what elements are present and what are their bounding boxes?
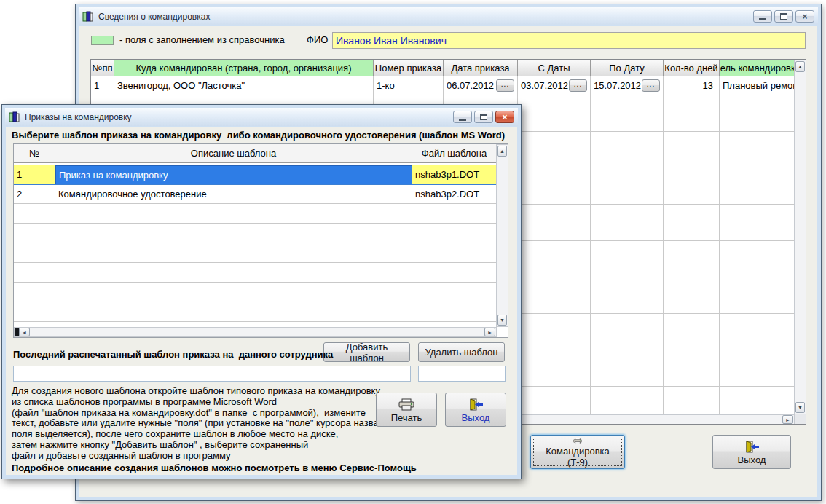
help-line: текст, добавьте или удалите нужные "поля… (12, 418, 394, 429)
from-date-value: 03.07.2012 (521, 80, 568, 91)
col-to-date: По Дату (591, 60, 664, 76)
help-text: Для создания нового шаблона откройте шаб… (12, 386, 394, 462)
template-row[interactable]: 2 Командировочное удостоверение nshab3p2… (14, 184, 508, 204)
dialog-exit-label: Выход (462, 412, 490, 423)
trip-t9-label: Командировка (Т-9) (535, 446, 620, 468)
trips-table-header: №пп Куда командирован (страна, город, ор… (91, 60, 806, 76)
table-row[interactable]: 1 Звенигород, ООО "Ласточка" 1-ко 06.07.… (91, 76, 806, 95)
empty-grid (14, 204, 508, 338)
order-date-value: 06.07.2012 (447, 80, 494, 91)
minimize-button[interactable] (453, 111, 472, 123)
last-printed-label: Последний распечатанный шаблон приказа н… (13, 349, 333, 360)
restore-button[interactable] (774, 10, 793, 23)
window-controls: × (753, 10, 814, 23)
books-icon (9, 111, 20, 123)
restore-icon (780, 13, 787, 20)
window-trip-orders: Приказы на командировку × Выберите шабло… (1, 104, 522, 479)
minimize-button[interactable] (753, 10, 772, 23)
row-num: 2 (14, 184, 55, 204)
order-date-picker-button[interactable]: ... (496, 79, 514, 92)
to-date-value: 15.07.2012 (594, 80, 641, 91)
help-line: затем нажмите кнопку "Добавить шаблон" ,… (12, 440, 394, 451)
help-line: поля выделяется), после чего сохраните ш… (12, 429, 394, 440)
instruction-text: Выберите шаблон приказа на командировку … (12, 130, 505, 141)
col-num: №пп (91, 60, 114, 76)
scroll-right-icon[interactable]: ► (782, 415, 793, 424)
door-exit-icon (468, 398, 484, 411)
scroll-right-icon[interactable]: ► (484, 328, 495, 336)
main-titlebar[interactable]: Сведения о командировках × (79, 7, 818, 25)
last-printed-file-field[interactable] (418, 366, 506, 382)
col-destination: Куда командирован (страна, город, органи… (114, 60, 374, 76)
last-printed-template-field[interactable] (13, 366, 411, 382)
print-label: Печать (391, 412, 422, 423)
col-purpose: Цель командировки (720, 60, 795, 76)
add-template-button[interactable]: Добавить шаблон (323, 342, 410, 362)
row-order-date[interactable]: 06.07.2012 ... (444, 76, 518, 95)
help-line: файл и добавьте созданный шаблон в прогр… (12, 451, 394, 462)
close-button[interactable]: × (495, 111, 514, 123)
row-to-date[interactable]: 15.07.2012 ... (591, 76, 664, 95)
books-icon (82, 11, 94, 23)
col-description: Описание шаблона (55, 144, 412, 163)
row-purpose[interactable]: Плановый ремонт (720, 76, 795, 95)
trip-t9-button[interactable]: Командировка (Т-9) (530, 435, 625, 469)
help-line: (файл "шаблон приказа на командировку.do… (12, 408, 394, 419)
minimize-icon (759, 18, 766, 20)
templates-table: № Описание шаблона Файл шаблона 1 Приказ… (13, 143, 508, 338)
fio-input[interactable] (332, 32, 806, 49)
row-destination[interactable]: Звенигород, ООО "Ласточка" (114, 76, 374, 95)
vertical-scrollbar[interactable]: ▲ ▼ (496, 144, 508, 327)
close-icon: × (502, 113, 507, 122)
scroll-down-icon[interactable]: ▼ (497, 315, 507, 326)
minimize-icon (459, 119, 466, 121)
help-bold-note: Подробное описание создания шаблонов мож… (12, 462, 417, 473)
exit-label: Выход (738, 454, 766, 465)
dialog-titlebar[interactable]: Приказы на командировку × (5, 108, 518, 126)
col-days: Кол-во дней (664, 60, 720, 76)
row-order-no[interactable]: 1-ко (374, 76, 444, 95)
dialog-title: Приказы на командировку (25, 112, 132, 122)
door-exit-icon (744, 441, 760, 453)
dialog-content: Выберите шаблон приказа на командировку … (6, 127, 517, 475)
template-row-selected[interactable]: 1 Приказ на командировку nshab3p1.DOT (14, 165, 508, 184)
help-line: Для создания нового шаблона откройте шаб… (12, 386, 394, 397)
print-button[interactable]: Печать (376, 393, 437, 427)
delete-template-button[interactable]: Удалить шаблон (418, 342, 505, 362)
row-num: 1 (91, 76, 114, 95)
dialog-exit-button[interactable]: Выход (445, 393, 506, 427)
help-line: из списка шаблонов программы в программе… (12, 397, 394, 408)
reference-field-swatch (91, 36, 114, 45)
scrollbar-corner (795, 414, 806, 425)
col-num: № (14, 144, 55, 163)
from-date-picker-button[interactable]: ... (569, 79, 587, 92)
row-file[interactable]: nshab3p1.DOT (412, 165, 497, 184)
printer-icon (569, 438, 586, 444)
scroll-up-icon[interactable]: ▲ (497, 146, 507, 157)
exit-button[interactable]: Выход (712, 435, 791, 469)
dialog-controls: × (453, 111, 514, 123)
templates-table-header: № Описание шаблона Файл шаблона (14, 144, 508, 163)
desktop: Сведения о командировках × - поля с запо… (0, 0, 826, 504)
horizontal-scrollbar[interactable]: ◄ ► (14, 327, 497, 337)
col-file: Файл шаблона (412, 144, 497, 163)
col-order-date: Дата приказа (444, 60, 518, 76)
row-file[interactable]: nshab3p2.DOT (412, 184, 497, 204)
fio-label: ФИО (307, 34, 328, 45)
row-days[interactable]: 13 (664, 76, 720, 95)
to-date-picker-button[interactable]: ... (642, 79, 660, 92)
scroll-down-icon[interactable]: ▼ (795, 402, 805, 413)
legend-text: - поля с заполнением из справочника (119, 34, 285, 45)
row-description[interactable]: Приказ на командировку (55, 165, 412, 184)
scroll-left-icon[interactable]: ◄ (19, 328, 30, 336)
row-num: 1 (14, 165, 55, 184)
printer-icon (398, 398, 415, 411)
vertical-scrollbar[interactable]: ▲ ▼ (794, 60, 806, 414)
close-icon: × (802, 12, 807, 21)
restore-button[interactable] (474, 111, 493, 123)
scroll-up-icon[interactable]: ▲ (795, 61, 805, 72)
window-title: Сведения о командировках (98, 12, 210, 22)
close-button[interactable]: × (795, 10, 814, 23)
row-description[interactable]: Командировочное удостоверение (55, 184, 412, 204)
row-from-date[interactable]: 03.07.2012 ... (518, 76, 591, 95)
